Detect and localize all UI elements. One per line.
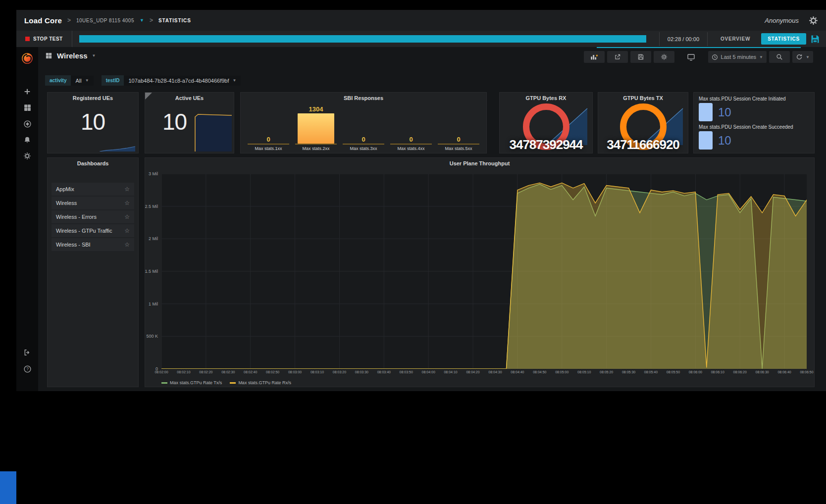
sign-in-icon[interactable]: [16, 349, 38, 356]
legend-item[interactable]: Max stats.GTPu Rate Tx/s: [161, 380, 222, 385]
refresh-button[interactable]: ▼: [792, 51, 813, 63]
sbi-bar-value: 1304: [309, 105, 323, 113]
x-tick-label: 08:05:40: [644, 370, 658, 374]
x-tick-label: 08:02:20: [199, 370, 212, 374]
chevron-down-icon: ▼: [232, 78, 236, 83]
activity-filter[interactable]: activity All ▼: [45, 75, 94, 86]
dashboard-name: Wireless - Errors: [56, 214, 97, 220]
gear-icon[interactable]: [809, 16, 818, 25]
pdu-initiated-label[interactable]: Max stats.PDU Session Create Initiated: [699, 96, 811, 101]
sbi-bar-cell: 0Max stats.1xx: [245, 105, 292, 151]
stop-test-label: STOP TEST: [33, 36, 63, 42]
dashboard-list-item[interactable]: AppMix☆: [52, 183, 134, 196]
add-icon[interactable]: [23, 88, 31, 96]
grafana-body: ? Wireless ▼: [16, 47, 826, 391]
tab-statistics[interactable]: STATISTICS: [761, 33, 806, 45]
y-tick-label: 2 Mil: [149, 236, 158, 241]
save-dashboard-button[interactable]: [630, 51, 651, 63]
pdu-initiated-value: 10: [718, 105, 731, 119]
throughput-plot[interactable]: [161, 174, 807, 369]
star-icon[interactable]: ☆: [124, 241, 130, 248]
star-icon[interactable]: ☆: [124, 186, 130, 193]
legend-item[interactable]: Max stats.GTPu Rate Rx/s: [230, 380, 291, 385]
x-tick-label: 08:03:40: [377, 370, 391, 374]
panel-title[interactable]: GTPU Bytes RX: [500, 95, 592, 101]
sbi-bar-cell: 0Max stats.3xx: [340, 105, 387, 151]
panel-user-plane-throughput: User Plane Throughput 0500 K1 Mil1.5 Mil…: [145, 157, 815, 387]
sparkline: [100, 144, 135, 151]
add-panel-button[interactable]: [584, 51, 605, 63]
loadcore-window: Load Core > 10UES_UDP 8115 4005 ▼ > STAT…: [16, 10, 826, 391]
chevron-right-icon: >: [150, 17, 153, 24]
sbi-baseline: [295, 144, 337, 145]
dashboard-header: Wireless ▼: [45, 51, 96, 60]
star-icon[interactable]: ☆: [124, 200, 130, 206]
x-tick-label: 08:03:50: [400, 370, 413, 374]
dashboards-grid-icon[interactable]: [23, 103, 32, 112]
x-tick-label: 08:03:30: [355, 370, 368, 374]
dashboard-list-item[interactable]: Wireless - GTPu Traffic☆: [52, 224, 134, 237]
sbi-bar-value: 0: [266, 136, 270, 143]
y-axis: 0500 K1 Mil1.5 Mil2 Mil2.5 Mil3 Mil: [145, 174, 160, 369]
x-tick-label: 08:05:20: [600, 370, 613, 374]
alerting-bell-icon[interactable]: [23, 136, 31, 144]
pdu-succeeded-label[interactable]: Max stats.PDU Session Create Succeeded: [699, 124, 811, 130]
sbi-bar-value: 0: [457, 136, 460, 143]
chevron-down-icon[interactable]: ▼: [92, 53, 96, 58]
star-icon[interactable]: ☆: [124, 213, 130, 220]
panel-title[interactable]: User Plane Throughput: [145, 160, 814, 166]
explore-compass-icon[interactable]: [23, 120, 32, 128]
activity-filter-value: All: [75, 78, 81, 84]
save-results-icon[interactable]: [810, 34, 820, 44]
share-button[interactable]: [607, 51, 628, 63]
pdu-succeeded-value: 10: [718, 134, 731, 148]
tv-mode-button[interactable]: [681, 51, 702, 63]
testid-filter-value: 107ab484-7b28-41c8-a7cd-4b480466f9bf: [128, 78, 229, 84]
dashboard-list-item[interactable]: Wireless - Errors☆: [52, 210, 134, 223]
star-icon[interactable]: ☆: [124, 227, 130, 234]
y-tick-label: 1.5 Mil: [145, 269, 158, 274]
panel-pdu-session: Max stats.PDU Session Create Initiated 1…: [693, 92, 815, 153]
dashboards-list: AppMix☆Wireless☆Wireless - Errors☆Wirele…: [52, 183, 134, 252]
panel-title[interactable]: SBI Responses: [241, 95, 486, 101]
panel-title[interactable]: GTPU Bytes TX: [598, 95, 688, 101]
breadcrumb-session[interactable]: 10UES_UDP 8115 4005: [76, 18, 134, 23]
configuration-gear-icon[interactable]: [23, 152, 31, 160]
screen: Load Core > 10UES_UDP 8115 4005 ▼ > STAT…: [0, 0, 826, 504]
sbi-bar-label: Max stats.2xx: [302, 146, 329, 151]
elapsed-time: 02:28 / 00:00: [659, 32, 708, 46]
dashboard-name: Wireless: [56, 200, 77, 206]
dashboard-title[interactable]: Wireless: [57, 51, 88, 60]
panel-title[interactable]: Registered UEs: [48, 95, 138, 101]
dashboard-list-item[interactable]: Wireless - SBI☆: [52, 238, 134, 251]
test-progress-fill: [79, 35, 646, 43]
grafana-main: Wireless ▼: [38, 47, 826, 391]
stop-icon: [25, 37, 30, 41]
panel-registered-ues: Registered UEs 10: [47, 92, 139, 153]
panel-title[interactable]: Active UEs: [145, 95, 234, 101]
grafana-sidebar: ?: [16, 47, 38, 391]
chevron-down-icon[interactable]: ▼: [806, 55, 810, 59]
x-tick-label: 08:06:40: [777, 370, 791, 374]
chevron-down-icon: ▼: [85, 78, 89, 83]
sbi-bar-cell: 0Max stats.4xx: [387, 105, 435, 151]
chevron-down-icon[interactable]: ▼: [140, 18, 144, 23]
x-tick-label: 08:05:50: [667, 370, 680, 374]
zoom-out-button[interactable]: [769, 51, 790, 63]
dashboard-list-item[interactable]: Wireless☆: [52, 197, 134, 209]
panel-title[interactable]: Dashboards: [48, 160, 138, 166]
testid-filter[interactable]: testID 107ab484-7b28-41c8-a7cd-4b480466f…: [102, 75, 241, 86]
time-range-picker[interactable]: Last 5 minutes ▼: [708, 51, 767, 63]
svg-text:?: ?: [26, 366, 29, 371]
x-tick-label: 08:06:00: [689, 370, 702, 374]
dashboard-settings-button[interactable]: [654, 51, 674, 63]
grafana-logo[interactable]: [21, 52, 34, 65]
pdu-item: Max stats.PDU Session Create Initiated 1…: [699, 96, 811, 122]
sbi-bar-gauge: 0Max stats.1xx1304Max stats.2xx0Max stat…: [245, 105, 482, 151]
x-tick-label: 08:03:00: [288, 370, 302, 374]
sbi-bar-label: Max stats.5xx: [445, 146, 472, 151]
help-icon[interactable]: ?: [16, 365, 38, 373]
tab-overview[interactable]: OVERVIEW: [714, 36, 757, 42]
stop-test-button[interactable]: STOP TEST: [16, 31, 72, 47]
app-logo[interactable]: Load Core: [24, 16, 62, 25]
